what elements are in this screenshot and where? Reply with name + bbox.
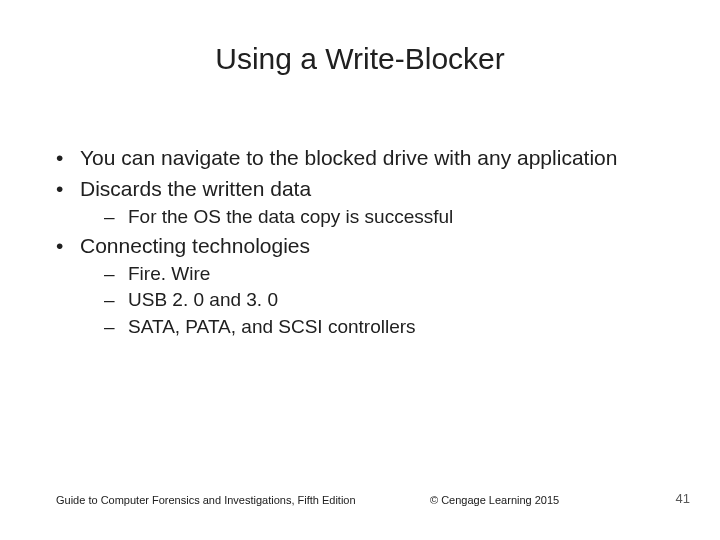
sub-bullet-text: For the OS the data copy is successful bbox=[128, 206, 453, 227]
sub-bullet-text: SATA, PATA, and SCSI controllers bbox=[128, 316, 416, 337]
bullet-text: You can navigate to the blocked drive wi… bbox=[80, 146, 617, 169]
footer-copyright: © Cengage Learning 2015 bbox=[430, 494, 559, 506]
bullet-item: You can navigate to the blocked drive wi… bbox=[56, 145, 676, 172]
sub-bullet-text: Fire. Wire bbox=[128, 263, 210, 284]
footer-book-title: Guide to Computer Forensics and Investig… bbox=[56, 494, 356, 506]
sub-bullet-text: USB 2. 0 and 3. 0 bbox=[128, 289, 278, 310]
bullet-text: Discards the written data bbox=[80, 177, 311, 200]
sub-bullet-item: Fire. Wire bbox=[80, 262, 676, 286]
sub-bullet-item: USB 2. 0 and 3. 0 bbox=[80, 288, 676, 312]
slide-title: Using a Write-Blocker bbox=[0, 42, 720, 76]
sub-bullet-list: Fire. Wire USB 2. 0 and 3. 0 SATA, PATA,… bbox=[80, 262, 676, 339]
bullet-list: You can navigate to the blocked drive wi… bbox=[56, 145, 676, 339]
slide: Using a Write-Blocker You can navigate t… bbox=[0, 0, 720, 540]
bullet-item: Connecting technologies Fire. Wire USB 2… bbox=[56, 233, 676, 339]
footer-page-number: 41 bbox=[676, 491, 690, 506]
sub-bullet-item: SATA, PATA, and SCSI controllers bbox=[80, 315, 676, 339]
bullet-text: Connecting technologies bbox=[80, 234, 310, 257]
bullet-item: Discards the written data For the OS the… bbox=[56, 176, 676, 229]
sub-bullet-item: For the OS the data copy is successful bbox=[80, 205, 676, 229]
sub-bullet-list: For the OS the data copy is successful bbox=[80, 205, 676, 229]
slide-body: You can navigate to the blocked drive wi… bbox=[56, 145, 676, 343]
